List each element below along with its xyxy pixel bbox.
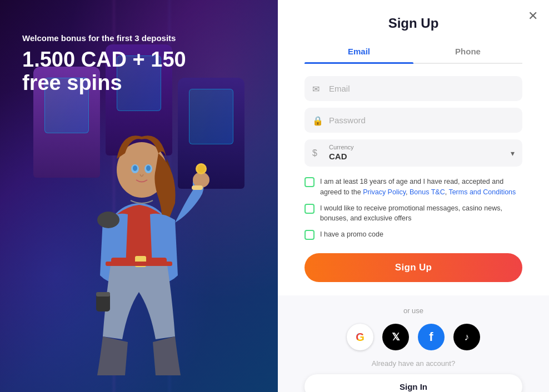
x-login-button[interactable]: 𝕏 xyxy=(382,324,409,350)
password-input-group: 🔒 xyxy=(305,108,522,133)
svg-point-4 xyxy=(133,165,137,171)
password-field[interactable] xyxy=(305,108,522,133)
email-icon: ✉ xyxy=(312,83,320,94)
promo-code-label: I have a promo code xyxy=(320,229,383,240)
welcome-text: Welcome bonus for the first 3 deposits xyxy=(22,33,186,43)
chevron-down-icon: ▾ xyxy=(511,149,515,158)
signin-button[interactable]: Sign In xyxy=(305,374,522,392)
promo-code-checkbox[interactable] xyxy=(305,230,315,240)
email-input-group: ✉ xyxy=(305,76,522,101)
terms-conditions-link[interactable]: Terms and Conditions xyxy=(448,188,516,196)
promo-checkbox-group: I would like to receive promotional mess… xyxy=(305,203,522,224)
svg-point-8 xyxy=(197,165,205,173)
x-icon: 𝕏 xyxy=(392,331,400,343)
dollar-icon: $ xyxy=(312,148,317,158)
facebook-login-button[interactable]: f xyxy=(418,324,445,350)
close-button[interactable]: ✕ xyxy=(528,10,538,22)
promo-code-checkbox-group: I have a promo code xyxy=(305,229,522,240)
terms-checkbox-group: I am at least 18 years of age and I have… xyxy=(305,177,522,198)
page-title: Sign Up xyxy=(305,16,522,31)
character-illustration xyxy=(56,103,222,392)
privacy-policy-link[interactable]: Privacy Policy xyxy=(363,188,406,196)
signup-button[interactable]: Sign Up xyxy=(305,253,522,282)
google-icon: G xyxy=(356,331,365,344)
svg-point-6 xyxy=(193,172,209,188)
or-use-text: or use xyxy=(305,306,522,315)
currency-label: Currency xyxy=(329,144,354,150)
left-text: Welcome bonus for the first 3 deposits 1… xyxy=(22,33,186,95)
social-login-area: or use G 𝕏 f ♪ Already have an account? … xyxy=(278,295,549,392)
svg-rect-12 xyxy=(106,262,172,266)
promo-checkbox[interactable] xyxy=(305,204,315,214)
svg-point-13 xyxy=(97,212,119,228)
social-icons-row: G 𝕏 f ♪ xyxy=(305,324,522,350)
right-panel: ✕ Sign Up Email Phone ✉ 🔒 $ Currency CAD… xyxy=(278,0,549,392)
tab-bar: Email Phone xyxy=(305,42,522,64)
already-have-account-text: Already have an account? xyxy=(305,359,522,368)
svg-rect-9 xyxy=(192,185,203,190)
bonus-text: 1.500 CAD + 150free spins xyxy=(22,48,186,95)
terms-checkbox-label: I am at least 18 years of age and I have… xyxy=(320,177,522,198)
tab-phone[interactable]: Phone xyxy=(413,42,522,63)
google-login-button[interactable]: G xyxy=(347,324,373,350)
form-area: ✕ Sign Up Email Phone ✉ 🔒 $ Currency CAD… xyxy=(278,0,549,295)
bonus-tc-link[interactable]: Bonus T&C xyxy=(410,188,445,196)
svg-rect-15 xyxy=(96,292,110,296)
tiktok-icon: ♪ xyxy=(465,331,470,343)
lock-icon: 🔒 xyxy=(312,115,323,125)
email-field[interactable] xyxy=(305,76,522,101)
tab-email[interactable]: Email xyxy=(305,42,413,63)
left-panel: Welcome bonus for the first 3 deposits 1… xyxy=(0,0,278,392)
svg-point-5 xyxy=(146,165,151,171)
currency-select-group: $ Currency CAD USD EUR GBP ▾ xyxy=(305,139,522,167)
tiktok-login-button[interactable]: ♪ xyxy=(453,324,480,350)
promo-checkbox-label: I would like to receive promotional mess… xyxy=(320,203,522,224)
terms-checkbox[interactable] xyxy=(305,177,315,187)
facebook-icon: f xyxy=(429,330,433,344)
